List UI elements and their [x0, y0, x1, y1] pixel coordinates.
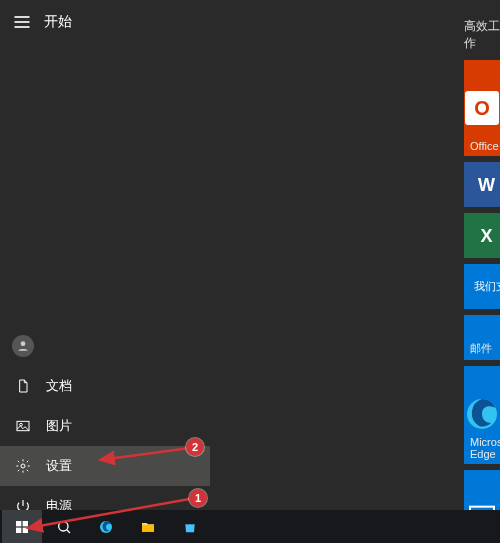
tile-excel[interactable]: X	[464, 213, 500, 258]
svg-point-3	[21, 341, 26, 346]
office-icon: O	[465, 91, 499, 125]
taskbar	[0, 510, 500, 543]
start-menu: 开始 文档 图片 设置	[0, 0, 500, 510]
tile-edge[interactable]: Microsoft Edge	[464, 368, 500, 464]
gear-icon	[14, 458, 32, 474]
hamburger-icon[interactable]	[12, 12, 32, 32]
tile-gmail-label: 我们支持 Gmail	[474, 279, 500, 294]
settings-label: 设置	[46, 457, 72, 475]
pictures-icon	[14, 418, 32, 434]
svg-rect-27	[142, 525, 154, 532]
annotation-marker-1: 1	[189, 489, 207, 507]
start-button[interactable]	[2, 510, 42, 543]
annotation-marker-2-text: 2	[192, 441, 198, 453]
rail-bottom-list: 文档 图片 设置 电源	[0, 326, 210, 526]
tile-area: 高效工作 O Office W X N P S 我们支持 Gmail	[210, 0, 500, 543]
search-button[interactable]	[44, 510, 84, 543]
svg-rect-22	[16, 527, 21, 532]
word-icon: W	[478, 176, 495, 194]
group-productivity-title: 高效工作	[464, 18, 500, 52]
svg-line-25	[67, 529, 70, 532]
group-productivity-header[interactable]: 高效工作	[460, 12, 500, 58]
documents-label: 文档	[46, 377, 72, 395]
edge-icon	[464, 396, 500, 437]
start-header: 开始	[0, 0, 210, 44]
user-avatar-icon	[12, 335, 34, 357]
taskbar-store[interactable]	[170, 510, 210, 543]
svg-point-6	[21, 464, 25, 468]
svg-rect-21	[23, 521, 28, 526]
small-tile-group: W X N P S	[464, 162, 500, 258]
document-icon	[14, 378, 32, 394]
annotation-marker-1-text: 1	[195, 492, 201, 504]
tile-mail[interactable]: 邮件 ✉	[464, 315, 500, 360]
tile-edge-label: Microsoft Edge	[470, 436, 500, 460]
svg-point-24	[59, 521, 68, 530]
user-account-button[interactable]	[0, 326, 210, 366]
tile-gmail-support[interactable]: 我们支持 Gmail	[464, 264, 500, 309]
excel-icon: X	[480, 227, 492, 245]
pictures-button[interactable]: 图片	[0, 406, 210, 446]
documents-button[interactable]: 文档	[0, 366, 210, 406]
pictures-label: 图片	[46, 417, 72, 435]
tile-office[interactable]: O Office	[464, 60, 500, 156]
tile-office-label: Office	[470, 140, 499, 152]
tile-word[interactable]: W	[464, 162, 500, 207]
settings-button[interactable]: 设置	[0, 446, 210, 486]
annotation-marker-2: 2	[186, 438, 204, 456]
svg-rect-23	[23, 527, 28, 532]
taskbar-explorer[interactable]	[128, 510, 168, 543]
start-title: 开始	[44, 13, 72, 31]
svg-rect-20	[16, 521, 21, 526]
tile-mail-label: 邮件	[470, 341, 492, 356]
taskbar-edge[interactable]	[86, 510, 126, 543]
